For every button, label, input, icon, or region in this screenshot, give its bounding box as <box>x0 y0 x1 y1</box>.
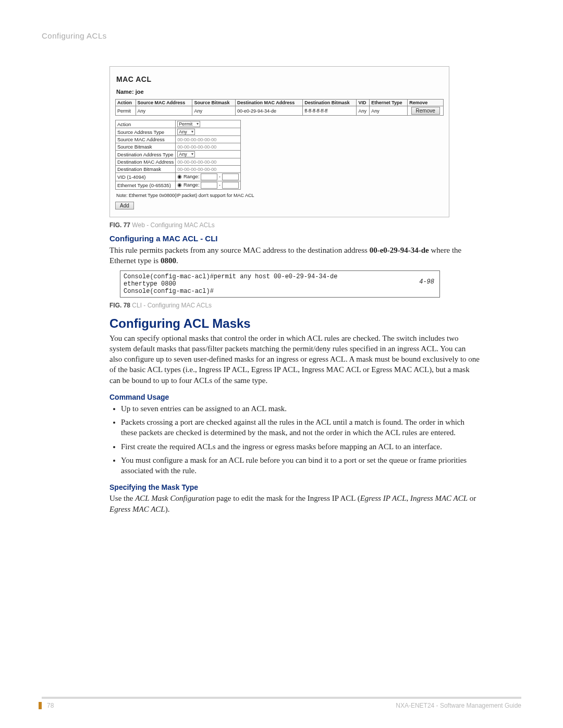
list-item: Up to seven entries can be assigned to a… <box>121 403 480 414</box>
heading-configuring-acl-masks: Configuring ACL Masks <box>109 316 521 331</box>
table-row: Permit Any Any 00-e0-29-94-34-de ff-ff-f… <box>116 106 444 116</box>
vid-range-cell[interactable]: ◉ Range: - <box>176 173 240 181</box>
label-src-bitmask: Source Bitmask <box>116 143 176 151</box>
cli-line: Console(config-mac-acl)# <box>124 288 436 295</box>
vid-to-input <box>222 174 239 180</box>
eth-range-cell[interactable]: ◉ Range: - <box>176 181 240 190</box>
th-dst-mac: Destination MAC Address <box>236 100 303 106</box>
th-src-mac: Source MAC Address <box>136 100 192 106</box>
eth-to-input <box>222 182 239 189</box>
cli-intro: This rule permits packets from any sourc… <box>109 245 480 266</box>
command-usage-list: Up to seven entries can be assigned to a… <box>109 403 480 476</box>
eth-range-label: Range: <box>183 182 200 188</box>
eth-from-input <box>201 182 217 189</box>
list-item: You must configure a mask for an ACL rul… <box>121 455 480 476</box>
spec-mask-body: Use the ACL Mask Configuration page to e… <box>109 493 480 514</box>
th-vid: VID <box>357 100 370 106</box>
src-mac-input[interactable]: 00-00-00-00-00-00 <box>177 137 216 142</box>
dst-type-select[interactable]: Any <box>177 151 195 157</box>
src-type-select[interactable]: Any <box>177 129 195 135</box>
cell-src-mac: Any <box>136 106 192 116</box>
vid-range-label: Range: <box>183 174 200 179</box>
fig-78-caption: FIG. 78 CLI - Configuring MAC ACLs <box>109 302 521 309</box>
mac-acl-panel: MAC ACL Name: joe Action Source MAC Addr… <box>109 66 449 217</box>
cli-ref: 4-98 <box>419 278 434 286</box>
label-action: Action <box>116 120 176 128</box>
dst-bitmask-input[interactable]: 00-00-00-00-00-00 <box>177 167 216 172</box>
doc-title: NXA-ENET24 - Software Management Guide <box>396 702 521 709</box>
th-dst-bitmask: Destination Bitmask <box>303 100 357 106</box>
cell-dst-mac: 00-e0-29-94-34-de <box>236 106 303 116</box>
rules-table: Action Source MAC Address Source Bitmask… <box>115 99 444 116</box>
cli-line: ethertype 0800 <box>124 280 436 288</box>
th-eth: Ethernet Type <box>370 100 408 106</box>
th-remove: Remove <box>408 100 444 106</box>
dst-mac-input[interactable]: 00-00-00-00-00-00 <box>177 159 216 165</box>
heading-command-usage: Command Usage <box>109 393 521 401</box>
heading-configuring-mac-acl-cli: Configuring a MAC ACL - CLI <box>109 234 521 243</box>
heading-specifying-mask-type: Specifying the Mask Type <box>109 483 521 491</box>
th-src-bitmask: Source Bitmask <box>192 100 236 106</box>
add-button[interactable]: Add <box>115 202 134 209</box>
cell-eth: Any <box>370 106 408 116</box>
src-bitmask-input[interactable]: 00-00-00-00-00-00 <box>177 144 216 150</box>
label-dst-type: Destination Address Type <box>116 151 176 158</box>
acl-name: Name: joe <box>116 89 443 95</box>
action-select[interactable]: Permit <box>177 121 200 127</box>
list-item: Packets crossing a port are checked agai… <box>121 417 480 438</box>
cli-listing: Console(config-mac-acl)#permit any host … <box>120 270 440 298</box>
label-src-mac: Source MAC Address <box>116 136 176 143</box>
panel-note: Note: Ethernet Type 0x0800(IP packet) do… <box>116 193 443 198</box>
cell-action: Permit <box>116 106 136 116</box>
footer: 78 NXA-ENET24 - Software Management Guid… <box>42 697 521 709</box>
label-vid: VID (1-4094) <box>116 173 176 181</box>
th-action: Action <box>116 100 136 106</box>
cli-line: Console(config-mac-acl)#permit any host … <box>124 273 436 280</box>
cell-dst-bitmask: ff-ff-ff-ff-ff-ff <box>303 106 357 116</box>
fig-77-caption: FIG. 77 Web - Configuring MAC ACLs <box>109 221 521 229</box>
mask-intro: You can specify optional masks that cont… <box>109 333 480 386</box>
cell-src-bitmask: Any <box>192 106 236 116</box>
list-item: First create the required ACLs and the i… <box>121 441 480 452</box>
page-number: 78 <box>39 702 54 709</box>
form-table: Action Permit Source Address Type Any So… <box>115 120 241 190</box>
label-eth: Ethernet Type (0-65535) <box>116 181 176 190</box>
remove-button[interactable]: Remove <box>411 107 440 115</box>
breadcrumb: Configuring ACLs <box>42 31 521 40</box>
panel-title: MAC ACL <box>116 75 443 83</box>
label-src-type: Source Address Type <box>116 128 176 136</box>
cell-vid: Any <box>357 106 370 116</box>
label-dst-bitmask: Destination Bitmask <box>116 166 176 173</box>
vid-from-input <box>201 174 217 180</box>
label-dst-mac: Destination MAC Address <box>116 158 176 166</box>
